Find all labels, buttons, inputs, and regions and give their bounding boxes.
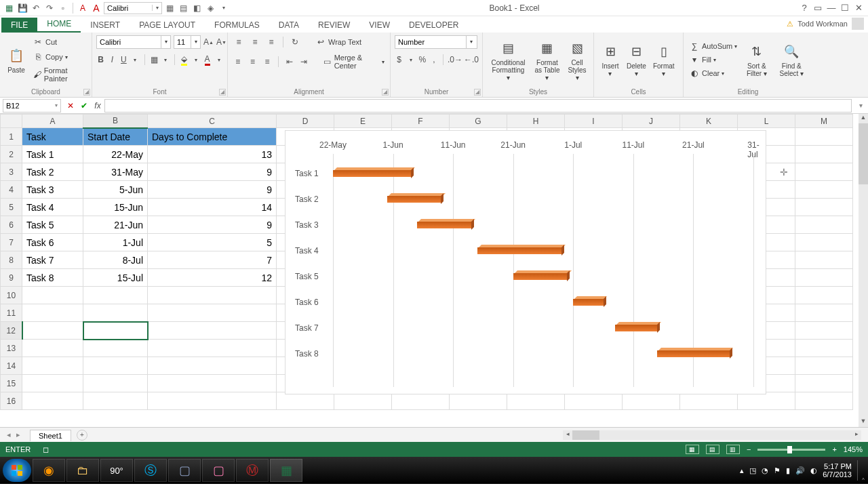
cell-styles-button[interactable]: ▧Cell Styles ▾	[565, 37, 589, 83]
cell[interactable]	[83, 322, 148, 340]
merge-center-button[interactable]: ▭Merge & Center ▾	[321, 53, 386, 70]
align-top-button[interactable]: ≡	[232, 35, 245, 49]
zoom-in-button[interactable]: +	[832, 445, 836, 453]
zoom-out-button[interactable]: −	[747, 445, 751, 453]
column-header[interactable]: L	[738, 115, 795, 128]
grow-font-button[interactable]: A▲	[203, 35, 214, 49]
column-header[interactable]: D	[277, 115, 334, 128]
chart-bar[interactable]	[387, 193, 441, 203]
cancel-icon[interactable]: ✕	[64, 101, 77, 110]
column-header[interactable]: J	[623, 115, 680, 128]
dialog-launcher-icon[interactable]: ◢	[382, 89, 389, 96]
wrap-text-button[interactable]: ↩Wrap Text	[314, 36, 363, 48]
align-bottom-button[interactable]: ≡	[264, 35, 278, 49]
format-painter-button[interactable]: 🖌Format Painter	[31, 66, 87, 83]
worksheet-grid[interactable]: ABCDEFGHIJKLM1TaskStart DateDays to Comp…	[0, 114, 868, 427]
row-header[interactable]: 3	[1, 163, 22, 181]
taskbar-excel[interactable]: ▦	[270, 459, 302, 482]
cell[interactable]	[22, 304, 83, 322]
tray-icon[interactable]: ⚑	[774, 466, 781, 475]
cell[interactable]	[680, 392, 738, 410]
cell[interactable]: 5-Jun	[83, 181, 148, 199]
cell[interactable]	[795, 251, 853, 269]
cell[interactable]	[83, 375, 148, 392]
cell[interactable]: 5	[148, 234, 277, 251]
tab-data[interactable]: DATA	[269, 18, 309, 33]
qat-icon-c[interactable]: ◧	[191, 2, 203, 14]
sheet-nav-first-icon[interactable]: ◂	[4, 430, 14, 439]
cell[interactable]	[148, 304, 277, 322]
cell[interactable]	[795, 375, 853, 392]
scroll-left-icon[interactable]: ◂	[563, 430, 572, 440]
cell[interactable]	[83, 304, 148, 322]
cell[interactable]	[22, 287, 83, 304]
decrease-decimal-button[interactable]: ←.0	[465, 53, 478, 66]
row-header[interactable]: 9	[1, 269, 22, 287]
shrink-font-button[interactable]: A▼	[216, 35, 226, 49]
column-header[interactable]: K	[680, 115, 738, 128]
chart-bar[interactable]	[477, 245, 561, 254]
save-icon[interactable]: 💾	[16, 2, 28, 14]
collapse-ribbon-icon[interactable]: ˄	[861, 477, 865, 487]
column-header[interactable]: A	[22, 115, 83, 128]
dialog-launcher-icon[interactable]: ◢	[219, 89, 226, 96]
increase-indent-button[interactable]: ⇥	[298, 55, 310, 68]
cell[interactable]	[83, 287, 148, 304]
chevron-down-icon[interactable]: ▾	[152, 5, 161, 11]
cell[interactable]: 7	[148, 251, 277, 269]
page-layout-view-button[interactable]: ▤	[706, 445, 719, 454]
cell[interactable]	[795, 234, 853, 251]
autosum-button[interactable]: ∑AutoSum ▾	[688, 40, 738, 52]
italic-button[interactable]: I	[108, 53, 117, 66]
cell[interactable]: Task 8	[22, 269, 83, 287]
cell[interactable]	[795, 322, 853, 340]
column-header[interactable]: C	[148, 115, 277, 128]
cell[interactable]: Days to Complete	[148, 128, 277, 146]
horizontal-scrollbar[interactable]: ◂ ▸	[563, 430, 861, 440]
row-header[interactable]: 4	[1, 181, 22, 199]
tray-icon[interactable]: ◔	[762, 466, 768, 475]
new-icon[interactable]: ▫	[57, 2, 69, 14]
enter-icon[interactable]: ✔	[77, 101, 91, 110]
tray-up-icon[interactable]: ▴	[740, 466, 744, 475]
grow-font-icon[interactable]: A	[90, 2, 102, 14]
cell[interactable]	[565, 392, 623, 410]
row-header[interactable]: 6	[1, 216, 22, 234]
qat-customize-icon[interactable]: ▾	[218, 2, 230, 14]
chevron-down-icon[interactable]: ▾	[161, 36, 170, 48]
taskbar-clock[interactable]: 5:17 PM 6/7/2013	[823, 462, 852, 479]
scroll-up-icon[interactable]: ▲	[859, 114, 868, 123]
accounting-button[interactable]: $	[395, 53, 403, 66]
row-header[interactable]: 16	[1, 392, 22, 410]
macro-record-icon[interactable]: ◻	[43, 445, 49, 454]
chart-bar[interactable]	[657, 348, 729, 357]
paste-button[interactable]: 📋 Paste	[4, 45, 28, 75]
align-left-button[interactable]: ≡	[232, 55, 244, 68]
avatar[interactable]	[852, 18, 864, 30]
cell[interactable]: 9	[148, 216, 277, 234]
cell[interactable]	[148, 340, 277, 357]
column-header[interactable]: F	[392, 115, 450, 128]
taskbar-firefox[interactable]: ◉	[33, 459, 65, 482]
cell[interactable]: 15-Jul	[83, 269, 148, 287]
dialog-launcher-icon[interactable]: ◢	[474, 89, 481, 96]
cell[interactable]: Task 5	[22, 216, 83, 234]
align-center-button[interactable]: ≡	[247, 55, 259, 68]
cell[interactable]: Task 6	[22, 234, 83, 251]
cell[interactable]	[83, 357, 148, 375]
taskbar-weather[interactable]: 90°	[100, 459, 133, 482]
close-icon[interactable]: ✕	[853, 3, 864, 13]
ribbon-display-icon[interactable]: ▭	[812, 3, 823, 13]
cell[interactable]	[738, 392, 795, 410]
cell[interactable]	[795, 304, 853, 322]
tray-icon[interactable]: ◐	[810, 466, 817, 475]
select-all-corner[interactable]	[1, 115, 22, 128]
qat-icon-a[interactable]: ▦	[163, 2, 176, 14]
chevron-down-icon[interactable]: ▾	[191, 36, 200, 48]
cell[interactable]: 22-May	[83, 146, 148, 163]
qat-font-selector[interactable]: ▾	[104, 2, 162, 14]
cell[interactable]	[795, 340, 853, 357]
sheet-tab[interactable]: Sheet1	[30, 430, 71, 441]
row-header[interactable]: 8	[1, 251, 22, 269]
start-button[interactable]	[3, 459, 31, 482]
